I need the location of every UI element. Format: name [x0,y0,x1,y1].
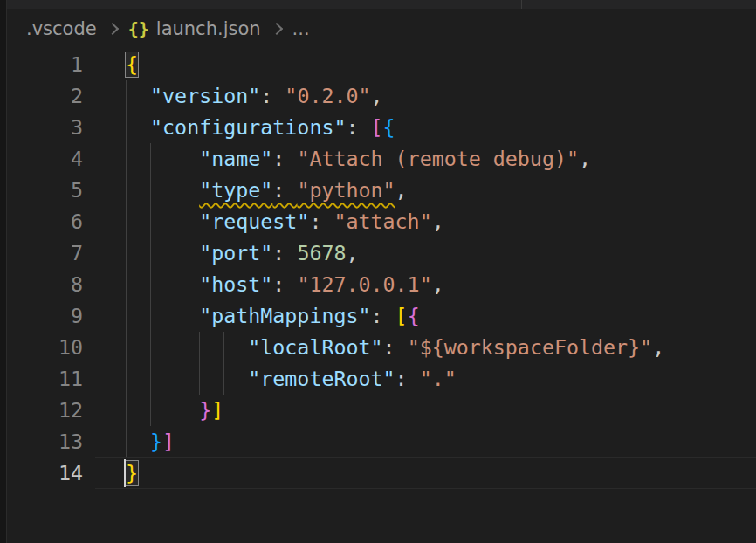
code-line[interactable]: 1{ [0,49,756,80]
code-token[interactable]: , [432,210,444,233]
vscode-editor-window: .vscode {} launch.json ... 1{2 "version"… [0,0,756,543]
line-number[interactable]: 14 [0,457,83,489]
code-token[interactable]: ] [162,430,175,453]
json-braces-icon: {} [128,18,149,39]
code-line[interactable]: 12 }] [0,395,756,426]
bracket-match[interactable]: { [126,49,138,80]
code-text: "port": 5678, [126,241,359,265]
code-line[interactable]: 13 }] [0,426,756,457]
line-number[interactable]: 3 [0,112,83,143]
code-token[interactable]: , [371,84,383,107]
code-token[interactable]: "pathMappings" [199,304,370,327]
code-text: "pathMappings": [{ [126,304,420,327]
code-token[interactable]: : [272,147,297,170]
code-line[interactable]: 7 "port": 5678, [0,237,756,269]
code-line[interactable]: 11 "remoteRoot": "." [0,363,756,395]
code-text: "version": "0.2.0", [126,84,383,107]
line-number[interactable]: 8 [0,269,83,300]
code-token[interactable]: : [272,272,297,296]
code-token[interactable]: "version" [150,84,260,107]
line-number[interactable]: 7 [0,237,83,269]
code-token[interactable]: : [272,241,297,265]
code-token[interactable]: , [432,272,444,296]
code-line[interactable]: 2 "version": "0.2.0", [0,80,756,112]
code-line[interactable]: 10 "localRoot": "${workspaceFolder}", [0,332,756,363]
code-token[interactable]: "attach" [333,210,431,233]
code-token[interactable]: : [371,304,395,327]
code-text: "configurations": [{ [126,115,395,139]
code-token[interactable]: "python" [297,178,395,202]
code-token[interactable]: ] [211,398,223,422]
line-number[interactable]: 5 [0,175,83,206]
line-number[interactable]: 12 [0,395,83,426]
code-token[interactable]: "name" [199,147,272,170]
code-token[interactable]: , [579,147,591,170]
line-number[interactable]: 1 [0,49,83,80]
breadcrumb-folder[interactable]: .vscode [26,18,97,39]
line-number[interactable]: 4 [0,143,83,175]
warning-squiggle: "type": "python" [199,178,395,202]
code-line[interactable]: 5 "type": "python", [0,175,756,206]
code-text: "remoteRoot": "." [126,367,457,390]
code-text: "localRoot": "${workspaceFolder}", [126,335,664,359]
code-token[interactable]: [ [395,304,408,327]
code-token[interactable]: "host" [199,272,272,296]
breadcrumb-file[interactable]: launch.json [156,18,261,39]
code-token[interactable]: "127.0.0.1" [297,272,431,296]
code-token[interactable]: , [652,335,664,359]
code-token[interactable]: : [346,115,370,139]
code-token[interactable]: } [150,430,162,453]
code-token[interactable]: "configurations" [150,115,346,139]
chevron-right-icon [107,23,119,35]
line-number[interactable]: 2 [0,80,83,112]
code-token[interactable]: "0.2.0" [285,84,370,107]
chevron-right-icon [271,23,283,35]
code-token[interactable]: : [260,84,285,107]
code-token[interactable]: : [272,178,297,202]
code-token[interactable]: "${workspaceFolder}" [408,335,653,359]
line-number[interactable]: 13 [0,426,83,457]
code-text: "request": "attach", [126,210,444,233]
breadcrumb-symbol[interactable]: ... [292,18,310,39]
code-token[interactable]: "Attach (remote debug)" [297,147,579,170]
code-text: "type": "python", [126,178,408,202]
code-token[interactable]: } [199,398,211,422]
code-token[interactable]: 5678 [297,241,346,265]
code-text: { [126,52,138,76]
code-token[interactable]: , [346,241,358,265]
code-token[interactable]: "port" [199,241,272,265]
bracket-match[interactable]: } [126,457,138,489]
code-token[interactable]: : [395,367,420,390]
line-number[interactable]: 9 [0,300,83,332]
code-line[interactable]: 3 "configurations": [{ [0,112,756,143]
code-token[interactable]: "localRoot" [248,335,382,359]
code-token[interactable]: "." [420,367,457,390]
code-text: "host": "127.0.0.1", [126,272,444,296]
code-token[interactable]: "type" [199,178,272,202]
text-cursor [124,459,126,487]
code-text: } [126,461,138,485]
code-token[interactable]: [ [371,115,383,139]
code-token[interactable]: : [383,335,408,359]
line-number[interactable]: 11 [0,363,83,395]
tab-separator [521,0,522,9]
code-text: "name": "Attach (remote debug)", [126,147,591,170]
code-line[interactable]: 9 "pathMappings": [{ [0,300,756,332]
code-token[interactable]: { [383,115,395,139]
line-number[interactable]: 6 [0,206,83,237]
code-token[interactable]: "request" [199,210,309,233]
code-text: }] [126,430,175,453]
line-number[interactable]: 10 [0,332,83,363]
code-text: }] [126,398,223,422]
code-line[interactable]: 6 "request": "attach", [0,206,756,237]
code-token[interactable]: "remoteRoot" [248,367,395,390]
code-line[interactable]: 8 "host": "127.0.0.1", [0,269,756,300]
code-lines: 1{2 "version": "0.2.0",3 "configurations… [0,49,756,489]
code-token[interactable]: : [309,210,333,233]
code-line[interactable]: 4 "name": "Attach (remote debug)", [0,143,756,175]
code-token[interactable]: , [395,178,408,202]
code-line[interactable]: 14} [0,457,756,489]
breadcrumb: .vscode {} launch.json ... [7,9,756,49]
tab-bar-edge [0,0,756,9]
code-token[interactable]: { [408,304,420,327]
